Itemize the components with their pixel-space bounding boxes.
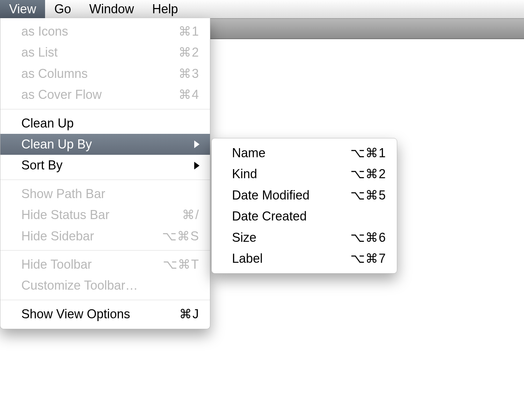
submenu-item-label: Date Modified (232, 187, 310, 204)
menubar-item-view[interactable]: View (0, 0, 45, 18)
menu-item-shortcut: ⌘2 (179, 44, 199, 61)
menu-item-as-columns[interactable]: as Columns ⌘3 (0, 63, 210, 84)
submenu-arrow-icon (194, 140, 199, 148)
menu-item-shortcut: ⌘/ (182, 206, 199, 224)
menu-item-shortcut: ⌥⌘T (163, 256, 199, 273)
submenu-item-kind[interactable]: Kind ⌥⌘2 (212, 164, 397, 184)
submenu-item-label: Date Created (232, 208, 307, 225)
submenu-item-shortcut: ⌥⌘6 (350, 229, 386, 246)
menu-item-as-list[interactable]: as List ⌘2 (0, 42, 210, 63)
window-toolbar-strip (210, 19, 524, 39)
menu-item-as-icons[interactable]: as Icons ⌘1 (0, 21, 210, 42)
submenu-item-label[interactable]: Label ⌥⌘7 (212, 248, 397, 269)
menu-item-label: Show View Options (21, 305, 130, 323)
submenu-item-date-modified[interactable]: Date Modified ⌥⌘5 (212, 185, 397, 206)
submenu-item-date-created[interactable]: Date Created (212, 206, 397, 227)
menu-item-label: Hide Sidebar (21, 227, 94, 245)
menu-item-hide-toolbar[interactable]: Hide Toolbar ⌥⌘T (0, 254, 210, 275)
submenu-item-shortcut: ⌥⌘1 (350, 144, 386, 162)
menu-item-label: as Icons (21, 23, 68, 40)
menu-item-label: Show Path Bar (21, 185, 105, 203)
menu-item-clean-up[interactable]: Clean Up (0, 113, 210, 134)
menu-item-label: as List (21, 44, 58, 61)
menu-item-show-path-bar[interactable]: Show Path Bar (0, 183, 210, 204)
menu-item-show-view-options[interactable]: Show View Options ⌘J (0, 304, 210, 325)
view-menu-dropdown: as Icons ⌘1 as List ⌘2 as Columns ⌘3 as … (0, 18, 210, 329)
menu-item-label: as Cover Flow (21, 86, 102, 103)
menu-separator (0, 250, 210, 251)
menubar: View Go Window Help (0, 0, 524, 19)
menu-item-hide-sidebar[interactable]: Hide Sidebar ⌥⌘S (0, 226, 210, 247)
submenu-arrow-icon (194, 162, 199, 169)
menubar-label: Window (89, 2, 134, 16)
submenu-item-size[interactable]: Size ⌥⌘6 (212, 227, 397, 248)
menu-item-hide-status-bar[interactable]: Hide Status Bar ⌘/ (0, 204, 210, 225)
clean-up-by-submenu: Name ⌥⌘1 Kind ⌥⌘2 Date Modified ⌥⌘5 Date… (211, 138, 397, 274)
submenu-item-label: Size (232, 229, 256, 246)
menu-item-shortcut: ⌥⌘S (162, 227, 199, 245)
menubar-label: Go (54, 2, 71, 16)
menu-item-shortcut: ⌘3 (179, 65, 199, 82)
menu-item-label: as Columns (21, 65, 88, 82)
submenu-item-label: Name (232, 144, 265, 162)
menubar-item-help[interactable]: Help (143, 0, 187, 18)
submenu-item-label: Label (232, 250, 263, 267)
menu-separator (0, 300, 210, 300)
menu-item-customize-toolbar[interactable]: Customize Toolbar… (0, 275, 210, 296)
menubar-item-go[interactable]: Go (45, 0, 80, 18)
submenu-item-label: Kind (232, 165, 257, 183)
menu-separator (0, 180, 210, 180)
submenu-item-shortcut: ⌥⌘7 (350, 250, 386, 267)
menubar-label: View (9, 2, 36, 16)
menu-item-label: Clean Up (21, 115, 74, 132)
menu-item-label: Sort By (21, 157, 63, 174)
menu-item-label: Hide Status Bar (21, 206, 109, 224)
submenu-item-shortcut: ⌥⌘5 (350, 187, 386, 204)
submenu-item-name[interactable]: Name ⌥⌘1 (212, 143, 397, 164)
menu-item-label: Clean Up By (21, 136, 92, 153)
menu-item-shortcut: ⌘J (179, 305, 199, 323)
menubar-label: Help (152, 2, 178, 16)
menu-item-shortcut: ⌘1 (179, 23, 199, 40)
menu-separator (0, 109, 210, 109)
submenu-item-shortcut: ⌥⌘2 (350, 165, 386, 183)
menu-item-as-cover-flow[interactable]: as Cover Flow ⌘4 (0, 84, 210, 105)
menu-item-sort-by[interactable]: Sort By (0, 155, 210, 176)
menu-item-label: Customize Toolbar… (21, 277, 138, 294)
menu-item-label: Hide Toolbar (21, 256, 92, 273)
menubar-item-window[interactable]: Window (80, 0, 143, 18)
menu-item-shortcut: ⌘4 (179, 86, 199, 103)
menu-item-clean-up-by[interactable]: Clean Up By (0, 134, 210, 155)
